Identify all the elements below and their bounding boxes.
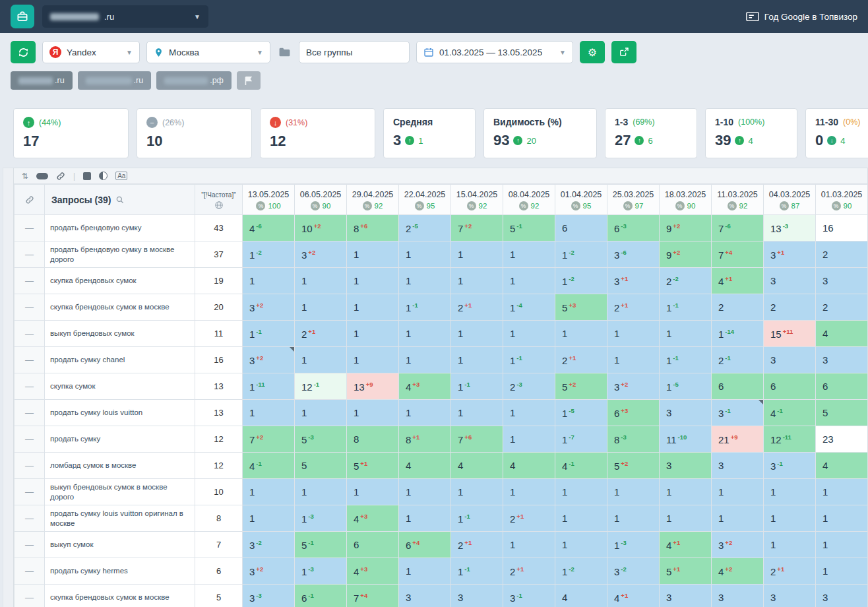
region-select[interactable]: Москва ▼ <box>146 41 270 63</box>
position-cell[interactable]: 1-14 <box>712 321 764 347</box>
position-cell[interactable]: 1 <box>243 268 295 294</box>
position-cell[interactable]: 3 <box>660 585 712 607</box>
position-cell[interactable]: 1 <box>660 479 712 505</box>
position-cell[interactable]: 4 <box>399 453 451 479</box>
position-cell[interactable]: 1 <box>295 400 347 426</box>
settings-button[interactable]: ⚙ <box>580 41 605 63</box>
position-cell[interactable]: 2-3 <box>503 373 555 400</box>
position-cell[interactable]: 1 <box>243 479 295 505</box>
position-cell[interactable]: 1 <box>347 294 399 321</box>
groups-folder-button[interactable] <box>277 47 292 57</box>
position-cell[interactable]: 6+3 <box>607 400 660 426</box>
position-cell[interactable]: 3+2 <box>295 241 347 268</box>
position-cell[interactable]: 6 <box>816 373 868 400</box>
position-cell[interactable]: 3 <box>816 268 868 294</box>
position-cell[interactable]: 1 <box>607 505 660 532</box>
position-cell[interactable]: 8+6 <box>347 215 399 241</box>
add-competitor-button[interactable] <box>237 71 261 90</box>
date-column-header[interactable]: 29.04.2025%92 <box>347 185 399 215</box>
collapsed-side-panel[interactable] <box>3 168 13 607</box>
position-cell[interactable]: 8+1 <box>399 426 451 453</box>
position-cell[interactable]: 4+1 <box>712 268 764 294</box>
position-cell[interactable]: 1-1 <box>451 558 503 585</box>
position-cell[interactable]: 7+4 <box>347 585 399 607</box>
position-cell[interactable]: 1 <box>243 505 295 532</box>
date-column-header[interactable]: 22.04.2025%95 <box>399 185 451 215</box>
position-cell[interactable]: 1-1 <box>243 321 295 347</box>
position-cell[interactable]: 1 <box>764 479 816 505</box>
position-cell[interactable]: 1-2 <box>555 268 607 294</box>
position-cell[interactable]: 1 <box>503 400 555 426</box>
position-cell[interactable]: 1 <box>451 479 503 505</box>
position-cell[interactable]: 8-3 <box>607 426 660 453</box>
position-cell[interactable]: 1 <box>451 268 503 294</box>
position-cell[interactable]: 1 <box>660 505 712 532</box>
row-handle[interactable]: — <box>15 373 45 400</box>
position-cell[interactable]: 4+3 <box>347 505 399 532</box>
card-improved[interactable]: ↑ (44%) 17 <box>13 108 129 158</box>
date-range-picker[interactable]: 01.03.2025 — 13.05.2025 ▼ <box>416 41 573 63</box>
row-handle[interactable]: — <box>15 585 45 607</box>
position-cell[interactable]: 9+2 <box>660 241 712 268</box>
row-handle[interactable]: — <box>15 532 45 558</box>
date-column-header[interactable]: 13.05.2025%100 <box>243 185 295 215</box>
position-cell[interactable]: 11-10 <box>660 426 712 453</box>
position-cell[interactable]: 1 <box>607 347 660 373</box>
query-cell[interactable]: ломбард сумок в москве <box>45 453 195 479</box>
position-cell[interactable]: 5+2 <box>555 373 607 400</box>
position-cell[interactable]: 4 <box>816 321 868 347</box>
position-cell[interactable]: 5+3 <box>555 294 607 321</box>
position-cell[interactable]: 1 <box>816 479 868 505</box>
position-cell[interactable]: 8 <box>347 426 399 453</box>
position-cell[interactable]: 5+1 <box>660 558 712 585</box>
query-cell[interactable]: скупка брендовых сумок <box>45 268 195 294</box>
position-cell[interactable]: 13-3 <box>764 215 816 241</box>
position-cell[interactable]: 2+1 <box>607 294 660 321</box>
position-cell[interactable]: 1 <box>555 479 607 505</box>
position-cell[interactable]: 3-1 <box>712 400 764 426</box>
export-button[interactable] <box>611 41 636 63</box>
position-cell[interactable]: 2+1 <box>451 294 503 321</box>
query-cell[interactable]: выкуп брендовых сумок <box>45 321 195 347</box>
project-selector[interactable]: .ru ▼ <box>42 5 208 28</box>
query-cell[interactable]: скупка брендовых сумок в москве <box>45 294 195 321</box>
query-cell[interactable]: продать брендовую сумку в москве дорого <box>45 241 195 268</box>
position-cell[interactable]: 4+3 <box>399 373 451 400</box>
position-cell[interactable]: 1 <box>555 321 607 347</box>
position-cell[interactable]: 7-6 <box>712 215 764 241</box>
row-handle[interactable]: — <box>15 321 45 347</box>
position-cell[interactable]: 1 <box>347 479 399 505</box>
promo-link[interactable]: Год Google в Топвизор <box>746 11 857 22</box>
position-cell[interactable]: 4 <box>816 453 868 479</box>
position-cell[interactable]: 5-1 <box>295 532 347 558</box>
position-cell[interactable]: 6 <box>347 532 399 558</box>
position-cell[interactable]: 3-1 <box>764 453 816 479</box>
position-cell[interactable]: 21+9 <box>712 426 764 453</box>
position-cell[interactable]: 6+4 <box>399 532 451 558</box>
position-cell[interactable]: 1-4 <box>503 294 555 321</box>
position-cell[interactable]: 1 <box>451 241 503 268</box>
position-cell[interactable]: 1 <box>295 294 347 321</box>
position-cell[interactable]: 1-5 <box>660 373 712 400</box>
card-average-position[interactable]: Средняя 3 ↑ 1 <box>383 108 476 158</box>
position-cell[interactable]: 1-3 <box>607 532 660 558</box>
position-cell[interactable]: 3 <box>451 585 503 607</box>
position-cell[interactable]: 1 <box>399 347 451 373</box>
sort-icon[interactable]: ⇅ <box>22 172 28 181</box>
position-cell[interactable]: 4+1 <box>607 585 660 607</box>
position-cell[interactable]: 4-1 <box>555 453 607 479</box>
position-cell[interactable]: 1 <box>399 241 451 268</box>
card-unchanged[interactable]: − (26%) 10 <box>137 108 252 158</box>
position-cell[interactable]: 1 <box>555 532 607 558</box>
position-cell[interactable]: 1-1 <box>399 294 451 321</box>
position-cell[interactable]: 15+11 <box>764 321 816 347</box>
position-cell[interactable]: 1 <box>503 268 555 294</box>
groups-filter-input[interactable]: Все группы <box>299 41 410 63</box>
position-cell[interactable]: 3+2 <box>243 294 295 321</box>
position-cell[interactable]: 1-1 <box>451 373 503 400</box>
position-cell[interactable]: 1 <box>295 347 347 373</box>
position-cell[interactable]: 1 <box>347 268 399 294</box>
position-cell[interactable]: 1 <box>243 400 295 426</box>
position-cell[interactable]: 1 <box>347 241 399 268</box>
position-cell[interactable]: 1 <box>607 321 660 347</box>
